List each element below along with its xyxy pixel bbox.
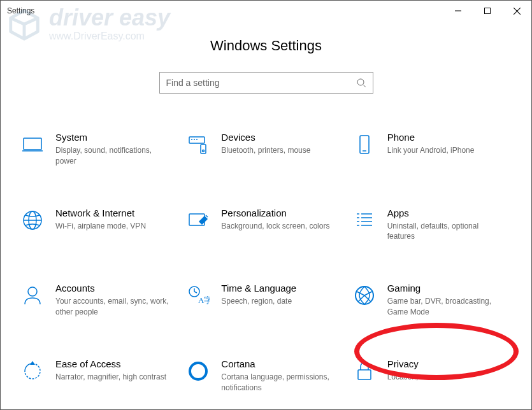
search-icon [356,78,366,88]
close-button[interactable] [502,1,531,21]
svg-rect-37 [358,370,371,379]
close-icon [514,8,521,15]
system-icon [21,133,44,156]
svg-point-29 [28,287,37,296]
cortana-icon [187,360,210,383]
maximize-button[interactable] [473,1,502,21]
search-box[interactable] [159,72,373,94]
gaming-icon [353,284,376,307]
category-network[interactable]: Network & Internet Wi-Fi, airplane mode,… [20,205,180,245]
category-privacy[interactable]: Privacy Location, camera [352,356,512,396]
svg-rect-8 [189,137,205,143]
category-gaming[interactable]: Gaming Game bar, DVR, broadcasting, Game… [352,280,512,320]
category-desc: Narrator, magnifier, high contrast [55,372,171,383]
category-title: Gaming [387,283,503,293]
category-title: Devices [221,132,337,143]
category-time[interactable]: A字 Time & Language Speech, region, date [185,280,346,320]
category-apps[interactable]: Apps Uninstall, defaults, optional featu… [352,205,512,245]
svg-rect-6 [24,138,41,150]
personalization-icon [187,209,210,232]
privacy-icon [353,360,376,383]
time-icon: A字 [187,284,210,307]
minimize-icon [455,8,461,14]
category-personalization[interactable]: Personalization Background, lock screen,… [185,205,346,245]
category-title: Network & Internet [55,208,171,218]
category-desc: Display, sound, notifications, power [55,145,171,167]
category-title: Apps [387,208,503,218]
ease-icon [21,360,44,383]
category-desc: Bluetooth, printers, mouse [221,145,337,156]
svg-line-32 [194,292,197,293]
category-desc: Link your Android, iPhone [387,145,503,156]
category-title: Personalization [221,208,337,218]
category-title: Privacy [387,358,503,369]
category-title: Time & Language [221,283,337,293]
category-desc: Game bar, DVR, broadcasting, Game Mode [387,296,503,318]
category-desc: Uninstall, defaults, optional features [387,221,503,243]
svg-text:A字: A字 [198,295,210,305]
category-desc: Wi-Fi, airplane mode, VPN [55,221,171,232]
svg-marker-35 [30,361,35,365]
category-title: Accounts [55,283,171,293]
category-devices[interactable]: Devices Bluetooth, printers, mouse [185,129,346,169]
page-title: Windows Settings [1,38,531,54]
devices-icon [187,133,210,156]
category-desc: Speech, region, date [221,296,337,307]
search-input[interactable] [166,78,356,88]
network-icon [21,209,44,232]
category-desc: Cortana language, permissions, notificat… [221,372,337,393]
svg-line-20 [206,215,208,217]
apps-icon [353,209,376,232]
category-title: System [55,132,171,143]
category-title: Phone [387,132,503,143]
phone-icon [353,133,376,156]
window-title: Settings [7,6,34,15]
svg-point-36 [190,363,206,379]
accounts-icon [21,284,44,307]
category-cortana[interactable]: Cortana Cortana language, permissions, n… [185,356,346,396]
category-accounts[interactable]: Accounts Your accounts, email, sync, wor… [20,280,180,320]
category-ease[interactable]: Ease of Access Narrator, magnifier, high… [20,356,180,396]
titlebar: Settings [1,1,531,21]
category-title: Ease of Access [55,358,171,369]
category-title: Cortana [221,358,337,369]
svg-point-13 [203,150,205,152]
search-container [1,72,531,94]
category-desc: Location, camera [387,372,503,383]
maximize-icon [484,8,491,14]
svg-point-4 [357,79,364,85]
category-desc: Your accounts, email, sync, work, other … [55,296,171,318]
titlebar-controls [443,1,531,21]
svg-line-5 [363,85,366,87]
category-phone[interactable]: Phone Link your Android, iPhone [352,129,512,169]
category-desc: Background, lock screen, colors [221,221,337,232]
category-system[interactable]: System Display, sound, notifications, po… [20,129,180,169]
categories-grid: System Display, sound, notifications, po… [1,129,531,395]
svg-rect-1 [485,8,491,14]
minimize-button[interactable] [443,1,473,21]
